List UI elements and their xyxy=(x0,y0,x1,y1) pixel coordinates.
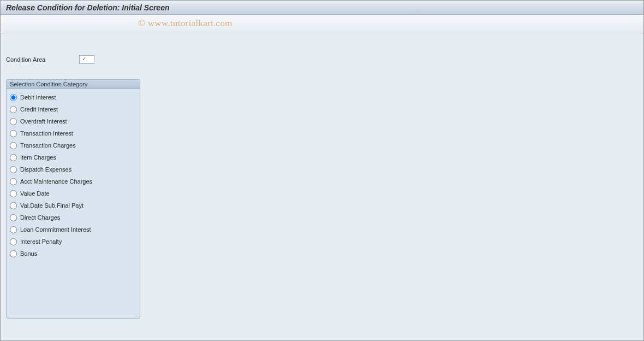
radio-label: Overdraft Interest xyxy=(20,118,67,125)
radio-label: Val.Date Sub.Final Payt xyxy=(20,202,84,209)
condition-area-input[interactable] xyxy=(79,55,94,64)
radio-label: Direct Charges xyxy=(20,214,60,221)
radio-input[interactable] xyxy=(10,118,17,125)
radio-input[interactable] xyxy=(10,130,17,137)
radio-input[interactable] xyxy=(10,154,17,161)
radio-label: Acct Maintenance Charges xyxy=(20,178,92,185)
radio-label: Loan Commitment Interest xyxy=(20,226,91,233)
radio-input[interactable] xyxy=(10,202,17,209)
radio-input[interactable] xyxy=(10,190,17,197)
radio-label: Transaction Charges xyxy=(20,142,76,149)
radio-label: Debit Interest xyxy=(20,94,56,101)
radio-row[interactable]: Value Date xyxy=(10,187,136,199)
condition-area-field-row: Condition Area ✓ xyxy=(6,55,638,64)
content-area: Condition Area ✓ Selection Condition Cat… xyxy=(1,33,643,340)
radio-list: Debit InterestCredit InterestOverdraft I… xyxy=(7,89,140,262)
radio-input[interactable] xyxy=(10,238,17,245)
radio-label: Credit Interest xyxy=(20,106,58,113)
radio-row[interactable]: Dispatch Expenses xyxy=(10,163,136,175)
page-title: Release Condition for Deletion: Initial … xyxy=(6,3,170,12)
radio-row[interactable]: Bonus xyxy=(10,248,136,260)
radio-input[interactable] xyxy=(10,94,17,101)
radio-row[interactable]: Direct Charges xyxy=(10,211,136,224)
toolbar-area: © www.tutorialkart.com xyxy=(1,15,643,33)
radio-row[interactable]: Transaction Interest xyxy=(10,127,136,139)
radio-input[interactable] xyxy=(10,214,17,221)
radio-label: Item Charges xyxy=(20,154,56,161)
radio-input[interactable] xyxy=(10,226,17,233)
radio-row[interactable]: Item Charges xyxy=(10,151,136,163)
radio-label: Interest Penalty xyxy=(20,238,62,245)
watermark-text: © www.tutorialkart.com xyxy=(138,18,232,29)
title-bar: Release Condition for Deletion: Initial … xyxy=(1,1,643,15)
radio-label: Transaction Interest xyxy=(20,130,73,137)
radio-row[interactable]: Interest Penalty xyxy=(10,236,136,248)
radio-row[interactable]: Debit Interest xyxy=(10,91,136,103)
group-header: Selection Condition Category xyxy=(7,80,140,89)
radio-input[interactable] xyxy=(10,250,17,257)
radio-label: Value Date xyxy=(20,190,50,197)
radio-row[interactable]: Credit Interest xyxy=(10,103,136,115)
selection-condition-category-group: Selection Condition Category Debit Inter… xyxy=(6,79,140,319)
condition-area-label: Condition Area xyxy=(6,56,79,63)
radio-row[interactable]: Val.Date Sub.Final Payt xyxy=(10,199,136,211)
radio-row[interactable]: Overdraft Interest xyxy=(10,115,136,127)
radio-row[interactable]: Loan Commitment Interest xyxy=(10,224,136,236)
radio-input[interactable] xyxy=(10,142,17,149)
condition-area-input-wrapper: ✓ xyxy=(79,55,94,64)
radio-row[interactable]: Transaction Charges xyxy=(10,139,136,151)
radio-row[interactable]: Acct Maintenance Charges xyxy=(10,175,136,187)
radio-label: Dispatch Expenses xyxy=(20,166,71,173)
radio-input[interactable] xyxy=(10,178,17,185)
radio-input[interactable] xyxy=(10,106,17,113)
radio-input[interactable] xyxy=(10,166,17,173)
radio-label: Bonus xyxy=(20,250,37,257)
